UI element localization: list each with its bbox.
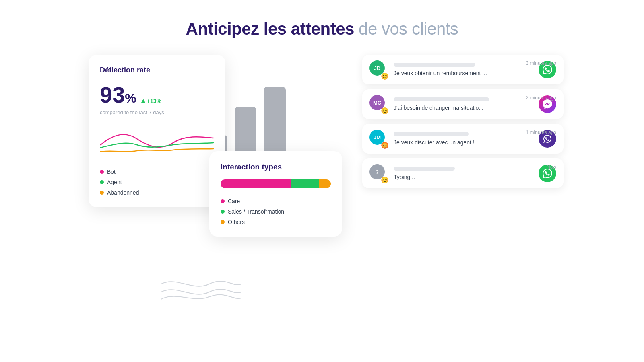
interaction-card: Interaction types Care Sales / Transofrm…	[209, 151, 342, 237]
legend-dot-care	[221, 199, 225, 203]
progress-care	[221, 179, 291, 188]
arrow-up-icon	[141, 99, 145, 103]
deflection-card: Déflection rate 93% +13% compared to the…	[89, 55, 225, 207]
legend-label-agent: Agent	[107, 179, 122, 185]
deflection-rate-value: 93%	[100, 82, 136, 108]
legend-sales: Sales / Transofrmation	[221, 208, 331, 215]
chat-message-2: JM 😡 Je veux discuter avec un agent ! 1 …	[362, 124, 564, 154]
legend-bot: Bot	[100, 169, 214, 175]
legend-dot-sales	[221, 210, 225, 214]
title-light: de vos clients	[359, 19, 458, 38]
rate-symbol: %	[125, 91, 136, 105]
chat-text: Je veux obtenir un remboursement ...	[394, 70, 530, 76]
chat-content: Je veux obtenir un remboursement ...	[394, 63, 530, 76]
interaction-legend: Care Sales / Transofrmation Others	[221, 198, 331, 225]
legend-dot-bot	[100, 170, 104, 174]
legend-dot-agent	[100, 180, 104, 184]
chat-text: J'ai besoin de changer ma situatio...	[394, 105, 530, 111]
chat-bar	[394, 97, 489, 101]
avatar-stack: JM 😡	[369, 130, 388, 148]
deflection-card-title: Déflection rate	[100, 66, 214, 74]
legend-care: Care	[221, 198, 331, 204]
rate-number: 93	[100, 82, 125, 107]
chat-time: 2 minutes ago	[526, 95, 556, 101]
interaction-progress-bar	[221, 179, 331, 188]
avatar-emoji: 😊	[381, 73, 389, 80]
line-chart	[100, 123, 214, 159]
rate-badge: +13%	[141, 98, 161, 104]
avatar-emoji: 😡	[381, 142, 389, 149]
chat-area: JD 😊 Je veux obtenir un remboursement ..…	[362, 55, 564, 188]
chat-time: Now	[547, 164, 556, 170]
chat-message-1: MC 😊 J'ai besoin de changer ma situatio.…	[362, 89, 564, 119]
avatar-emoji: 😊	[381, 177, 389, 183]
badge-value: +13%	[147, 98, 161, 104]
legend-agent: Agent	[100, 179, 214, 185]
legend-dot-others	[221, 220, 225, 224]
legend-label-abandonned: Abandonned	[107, 189, 139, 196]
cards-area: Déflection rate 93% +13% compared to the…	[80, 55, 564, 336]
chat-text: Je veux discuter avec un agent !	[394, 139, 530, 146]
legend-label-bot: Bot	[107, 169, 116, 175]
chat-content: Je veux discuter avec un agent !	[394, 132, 530, 146]
chat-text: Typing...	[394, 174, 530, 180]
chat-time: 3 minutes ago	[526, 60, 556, 66]
chat-bar	[394, 167, 455, 171]
avatar-emoji: 😊	[381, 108, 389, 114]
legend-label-care: Care	[228, 198, 240, 204]
interaction-card-title: Interaction types	[221, 162, 331, 171]
wave-decoration	[161, 272, 242, 304]
chat-bar	[394, 63, 475, 67]
chat-time: 1 minutes ago	[526, 130, 556, 135]
compare-text: compared to the last 7 days	[100, 109, 214, 115]
title-bold: Anticipez les attentes	[186, 19, 354, 38]
progress-others	[319, 179, 331, 188]
legend-label-others: Others	[228, 219, 245, 225]
chat-message-3: ? 😊 Typing... Now	[362, 158, 564, 188]
avatar-stack: MC 😊	[369, 95, 388, 113]
legend-others: Others	[221, 219, 331, 225]
progress-sales	[291, 179, 319, 188]
avatar-stack: ? 😊	[369, 164, 388, 183]
page-title: Anticipez les attentes de vos clients	[186, 19, 458, 39]
chat-content: J'ai besoin de changer ma situatio...	[394, 97, 530, 111]
chat-message-0: JD 😊 Je veux obtenir un remboursement ..…	[362, 55, 564, 84]
deflection-legend: Bot Agent Abandonned	[100, 169, 214, 196]
legend-abandonned: Abandonned	[100, 189, 214, 196]
legend-dot-abandonned	[100, 191, 104, 195]
chat-bar	[394, 132, 469, 136]
chat-content: Typing...	[394, 167, 530, 180]
legend-label-sales: Sales / Transofrmation	[228, 208, 284, 215]
avatar-stack: JD 😊	[369, 60, 388, 79]
